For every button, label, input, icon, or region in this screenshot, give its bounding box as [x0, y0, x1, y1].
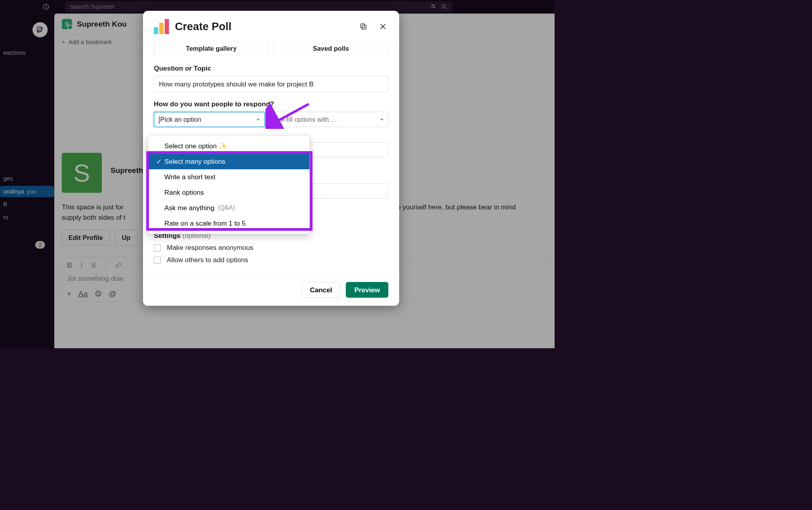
chevron-down-icon [256, 117, 260, 122]
dd-option-label: Select one option ✨ [165, 142, 227, 150]
svg-rect-12 [361, 24, 365, 28]
anonymous-checkbox[interactable] [154, 244, 161, 251]
template-gallery-button[interactable]: Template gallery [154, 41, 269, 56]
dd-option-label: Rank options [165, 188, 204, 196]
text-cursor [159, 116, 159, 124]
saved-polls-button[interactable]: Saved polls [274, 41, 389, 56]
dd-option-rate-scale[interactable]: Rate on a scale from 1 to 5 [148, 216, 310, 231]
allow-add-checkbox-row[interactable]: Allow others to add options [154, 256, 388, 264]
check-icon: ✓ [156, 158, 161, 166]
dd-option-select-many[interactable]: ✓ Select many options [148, 154, 310, 169]
cancel-button[interactable]: Cancel [302, 282, 341, 298]
prefill-placeholder: Pre-fill options with … [274, 116, 337, 123]
prefill-select[interactable]: Pre-fill options with … [270, 112, 388, 127]
modal-header: Create Poll [143, 11, 399, 41]
response-type-select[interactable]: Pick an option [154, 112, 265, 127]
allow-add-label: Allow others to add options [167, 256, 248, 264]
dd-option-hint: (Q&A) [218, 204, 235, 211]
dd-option-ama[interactable]: Ask me anything (Q&A) [148, 200, 310, 216]
close-icon[interactable] [377, 21, 388, 32]
allow-add-checkbox[interactable] [154, 256, 161, 263]
polly-logo-icon [154, 19, 169, 34]
dd-option-label: Write a short text [165, 173, 216, 181]
dd-option-rank[interactable]: Rank options [148, 185, 310, 200]
dd-option-label: Ask me anything [165, 204, 214, 212]
anonymous-checkbox-row[interactable]: Make responses anonymous [154, 244, 388, 252]
dd-option-label: Rate on a scale from 1 to 5 [165, 219, 246, 227]
anonymous-label: Make responses anonymous [167, 244, 253, 252]
modal-title: Create Poll [175, 21, 232, 33]
dd-option-select-one[interactable]: Select one option ✨ [148, 138, 310, 154]
question-input[interactable] [154, 76, 388, 92]
svg-rect-11 [362, 25, 366, 29]
response-type-dropdown[interactable]: Select one option ✨ ✓ Select many option… [148, 136, 310, 234]
question-label: Question or Topic [154, 64, 388, 72]
modal-footer: Cancel Preview [143, 276, 399, 306]
duplicate-icon[interactable] [358, 21, 369, 32]
source-tabs: Template gallery Saved polls [154, 41, 388, 56]
response-type-placeholder: Pick an option [160, 116, 201, 123]
dd-option-short-text[interactable]: Write a short text [148, 169, 310, 185]
response-select-row: Pick an option Pre-fill options with … [154, 112, 388, 127]
chevron-down-icon [379, 117, 384, 122]
preview-button[interactable]: Preview [346, 282, 389, 298]
respond-label: How do you want people to respond? [154, 100, 388, 108]
dd-option-label: Select many options [165, 158, 226, 166]
